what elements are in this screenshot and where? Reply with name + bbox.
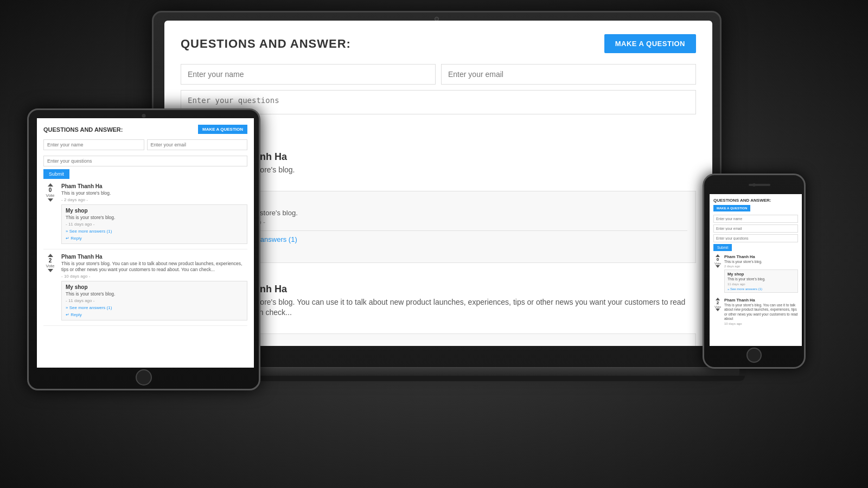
laptop-email-input[interactable]	[441, 64, 696, 85]
tablet-question-input[interactable]	[43, 156, 247, 166]
laptop-name-input[interactable]	[181, 64, 436, 85]
phone-see-more-1[interactable]: » See more answers (1)	[727, 287, 795, 291]
phone-question-2: 2 Vote Pham Thanh Ha This is your store'…	[713, 298, 798, 327]
tablet-q2-text: This is your store's blog. You can use i…	[61, 261, 247, 273]
tablet-vote-2: 2 Vote	[43, 254, 57, 323]
tablet-name-input[interactable]	[43, 139, 144, 150]
tablet-q1-text: This is your store's blog.	[61, 190, 247, 196]
laptop-question-text-1: This is your store's blog.	[213, 165, 696, 176]
tablet-q2-author: Pham Thanh Ha	[61, 254, 247, 260]
tablet-answer-date-2: - 11 days ago -	[66, 298, 243, 303]
phone-header: QUESTIONS AND ANSWER: MAKE A QUESTION	[713, 198, 798, 211]
phone-make-question-button[interactable]: MAKE A QUESTION	[713, 205, 750, 211]
tablet-vote-down-1[interactable]	[48, 198, 53, 202]
tablet-screen-content: QUESTIONS AND ANSWER: MAKE A QUESTION Su…	[37, 118, 254, 368]
tablet-question-1: 0 Vote Pham Thanh Ha This is your store'…	[43, 183, 247, 249]
tablet-email-input[interactable]	[147, 139, 248, 150]
phone-qa-title: QUESTIONS AND ANSWER:	[713, 198, 798, 203]
tablet-screen: QUESTIONS AND ANSWER: MAKE A QUESTION Su…	[37, 118, 254, 368]
laptop-answer-date-1: - 11 days ago -	[222, 219, 687, 226]
phone-question-input[interactable]	[713, 234, 798, 242]
tablet-reply-link-2[interactable]: ↵ Reply	[66, 312, 82, 317]
phone-q2-author: Pham Thanh Ha	[724, 298, 798, 303]
tablet-q1-author: Pham Thanh Ha	[61, 183, 247, 189]
phone-vote-count-1: 0	[717, 257, 719, 262]
laptop-answer-divider-1	[222, 230, 687, 231]
phone-answer-1: My shop This is your store's blog. 11 da…	[724, 269, 798, 292]
phone-answer-text-1: This is your store's blog.	[727, 277, 795, 281]
tablet-qa-header: QUESTIONS AND ANSWER: MAKE A QUESTION	[43, 125, 247, 134]
laptop-question-content-1: Pham Thanh Ha This is your store's blog.…	[213, 151, 696, 267]
laptop-qa-header: QUESTIONS AND ANSWER: MAKE A QUESTION	[181, 34, 696, 53]
tablet-vote-up-1[interactable]	[48, 183, 53, 187]
tablet-q2-content: Pham Thanh Ha This is your store's blog.…	[61, 254, 247, 323]
tablet-make-question-button[interactable]: MAKE A QUESTION	[198, 125, 247, 134]
phone-screen: QUESTIONS AND ANSWER: MAKE A QUESTION Su…	[710, 194, 802, 346]
phone-vote-1: 0 Vote	[713, 254, 722, 294]
tablet-vote-1: 0 Vote	[43, 183, 57, 246]
tablet-vote-down-2[interactable]	[48, 269, 53, 272]
laptop-make-question-button[interactable]: MAKE A QUESTION	[604, 34, 696, 53]
phone-vote-2: 2 Vote	[713, 298, 722, 327]
phone-email-input[interactable]	[713, 224, 798, 233]
laptop-question-date-2: - 10 days ago -	[213, 320, 696, 328]
tablet-device: QUESTIONS AND ANSWER: MAKE A QUESTION Su…	[27, 108, 260, 390]
tablet-answer-text-2: This is your store's blog.	[66, 291, 243, 297]
laptop-question-content-2: Pham Thanh Ha This is your store's blog.…	[213, 284, 696, 346]
tablet-vote-label-1: Vote	[46, 193, 54, 198]
phone-name-input[interactable]	[713, 215, 798, 223]
phone-q1-content: Pham Thanh Ha This is your store's blog.…	[724, 254, 798, 294]
tablet-answer-author-1: My shop	[66, 208, 243, 214]
laptop-qa-title: QUESTIONS AND ANSWER:	[181, 37, 351, 51]
phone-home-button[interactable]	[746, 348, 762, 363]
phone-frame: QUESTIONS AND ANSWER: MAKE A QUESTION Su…	[703, 174, 806, 369]
phone-question-1: 0 Vote Pham Thanh Ha This is your store'…	[713, 254, 798, 294]
laptop-answer-author-1: My shop	[222, 198, 687, 207]
tablet-home-button[interactable]	[136, 369, 152, 386]
tablet-reply-link-1[interactable]: ↵ Reply	[66, 236, 82, 241]
tablet-answer-text-1: This is your store's blog.	[66, 215, 243, 221]
tablet-answer-2: My shop This is your store's blog. - 11 …	[61, 281, 247, 320]
laptop-question-author-1: Pham Thanh Ha	[213, 151, 696, 163]
tablet-submit-button[interactable]: Submit	[43, 169, 69, 179]
laptop-answer-text-1: This is your store's blog.	[222, 209, 687, 217]
laptop-answer-box-2: My shop This is your store's blog. - 11 …	[213, 333, 696, 346]
phone-answer-date-1: 11 days ago	[727, 282, 795, 286]
laptop-question-text-2: This is your store's blog. You can use i…	[213, 297, 696, 318]
phone-device: QUESTIONS AND ANSWER: MAKE A QUESTION Su…	[703, 174, 806, 369]
laptop-answer-box-1: My shop This is your store's blog. - 11 …	[213, 191, 696, 263]
laptop-question-author-2: Pham Thanh Ha	[213, 284, 696, 295]
phone-q2-text: This is your store's blog. You can use i…	[724, 303, 798, 322]
tablet-see-more-1[interactable]: » See more answers (1)	[66, 229, 243, 234]
phone-speaker	[749, 184, 770, 186]
laptop-form-name-email-row	[181, 64, 696, 85]
tablet-vote-label-2: Vote	[46, 264, 54, 268]
tablet-vote-count-1: 0	[49, 187, 52, 193]
tablet-frame: QUESTIONS AND ANSWER: MAKE A QUESTION Su…	[27, 108, 260, 390]
phone-vote-down-2[interactable]	[716, 309, 720, 311]
phone-submit-button[interactable]: Submit	[713, 244, 732, 251]
phone-answer-author-1: My shop	[727, 272, 795, 277]
phone-q1-author: Pham Thanh Ha	[724, 254, 798, 259]
tablet-answer-date-1: - 11 days ago -	[66, 222, 243, 227]
tablet-vote-up-2[interactable]	[48, 254, 53, 257]
phone-q2-content: Pham Thanh Ha This is your store's blog.…	[724, 298, 798, 327]
phone-q1-text: This is your store's blog.	[724, 260, 798, 264]
phone-q1-date: 2 days ago	[724, 265, 798, 268]
laptop-question-date-1: - 2 days ago -	[213, 178, 696, 185]
phone-screen-content: QUESTIONS AND ANSWER: MAKE A QUESTION Su…	[710, 194, 802, 346]
laptop-answer-author-2: My shop	[222, 341, 687, 346]
phone-vote-count-2: 2	[717, 300, 719, 305]
tablet-form-row	[43, 139, 247, 153]
tablet-q1-content: Pham Thanh Ha This is your store's blog.…	[61, 183, 247, 246]
tablet-question-2: 2 Vote Pham Thanh Ha This is your store'…	[43, 254, 247, 326]
laptop-see-more-link-1[interactable]: » See more answers (1)	[222, 235, 687, 243]
phone-q2-date: 10 days ago	[724, 322, 798, 325]
tablet-see-more-2[interactable]: » See more answers (1)	[66, 305, 243, 310]
tablet-q1-date: - 2 days ago -	[61, 197, 247, 202]
phone-vote-down-1[interactable]	[716, 265, 720, 268]
tablet-answer-1: My shop This is your store's blog. - 11 …	[61, 204, 247, 244]
tablet-camera	[142, 114, 146, 118]
tablet-q2-date: - 10 days ago -	[61, 274, 247, 279]
tablet-qa-title: QUESTIONS AND ANSWER:	[43, 126, 123, 133]
